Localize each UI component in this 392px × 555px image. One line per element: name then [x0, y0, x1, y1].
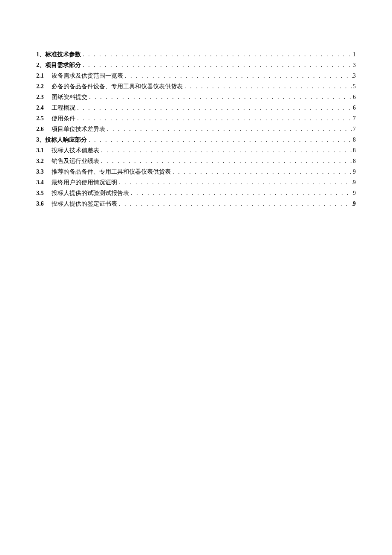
- toc-page: 9: [353, 177, 356, 188]
- toc-title: 使用条件: [52, 113, 75, 124]
- toc-number: 2.2: [36, 81, 52, 92]
- toc-title: 项目需求部分: [45, 60, 81, 70]
- toc-page: 7: [353, 113, 356, 124]
- table-of-contents: 1、标准技术参数. . . . . . . . . . . . . . . . …: [36, 49, 356, 209]
- toc-leader: . . . . . . . . . . . . . . . . . . . . …: [75, 102, 353, 113]
- toc-number: 2.3: [36, 92, 52, 102]
- toc-title: 投标人技术偏差表: [52, 145, 99, 156]
- toc-number: 2.4: [36, 102, 52, 113]
- toc-leader: . . . . . . . . . . . . . . . . . . . . …: [87, 92, 353, 102]
- toc-title: 推荐的备品备件、专用工具和仪器仪表供货表: [52, 166, 171, 177]
- toc-page: 1: [353, 49, 356, 60]
- toc-page: 9: [353, 188, 356, 198]
- toc-title: 投标人提供的鉴定证书表: [52, 198, 117, 209]
- toc-entry: 2.5使用条件. . . . . . . . . . . . . . . . .…: [36, 113, 356, 124]
- toc-title: 投标人响应部分: [45, 134, 87, 145]
- toc-page: 9: [353, 166, 356, 177]
- toc-entry: 3.1投标人技术偏差表. . . . . . . . . . . . . . .…: [36, 145, 356, 156]
- toc-title: 销售及运行业绩表: [52, 156, 99, 166]
- toc-title: 设备需求及供货范围一览表: [52, 70, 123, 81]
- toc-page: 9: [353, 198, 356, 209]
- toc-number: 2.6: [36, 124, 52, 134]
- toc-entry: 2.2必备的备品备件设备、专用工具和仪器仪表供货表. . . . . . . .…: [36, 81, 356, 92]
- toc-page: 6: [353, 102, 356, 113]
- toc-number: 2、: [36, 60, 45, 70]
- toc-entry: 2.1设备需求及供货范围一览表. . . . . . . . . . . . .…: [36, 70, 356, 81]
- toc-leader: . . . . . . . . . . . . . . . . . . . . …: [117, 198, 353, 209]
- toc-leader: . . . . . . . . . . . . . . . . . . . . …: [123, 70, 353, 81]
- toc-entry: 3、投标人响应部分. . . . . . . . . . . . . . . .…: [36, 134, 356, 145]
- toc-entry: 3.5投标人提供的试验测试报告表. . . . . . . . . . . . …: [36, 188, 356, 198]
- toc-page: 8: [353, 134, 356, 145]
- toc-entry: 3.6投标人提供的鉴定证书表. . . . . . . . . . . . . …: [36, 198, 356, 209]
- toc-page: 3: [353, 60, 356, 70]
- toc-entry: 2.4工程概况. . . . . . . . . . . . . . . . .…: [36, 102, 356, 113]
- toc-number: 1、: [36, 49, 45, 60]
- toc-number: 2.1: [36, 70, 52, 81]
- toc-leader: . . . . . . . . . . . . . . . . . . . . …: [129, 188, 353, 198]
- toc-leader: . . . . . . . . . . . . . . . . . . . . …: [105, 124, 353, 134]
- toc-page: 6: [353, 92, 356, 102]
- toc-leader: . . . . . . . . . . . . . . . . . . . . …: [81, 49, 353, 60]
- toc-number: 3.1: [36, 145, 52, 156]
- toc-leader: . . . . . . . . . . . . . . . . . . . . …: [117, 177, 353, 188]
- toc-number: 3.5: [36, 188, 52, 198]
- toc-entry: 2.3图纸资料提交. . . . . . . . . . . . . . . .…: [36, 92, 356, 102]
- toc-leader: . . . . . . . . . . . . . . . . . . . . …: [81, 60, 353, 70]
- toc-page: 5: [353, 81, 356, 92]
- toc-number: 3.3: [36, 166, 52, 177]
- toc-entry: 3.3推荐的备品备件、专用工具和仪器仪表供货表. . . . . . . . .…: [36, 166, 356, 177]
- toc-title: 投标人提供的试验测试报告表: [52, 188, 129, 198]
- toc-entry: 2.6项目单位技术差异表. . . . . . . . . . . . . . …: [36, 124, 356, 134]
- toc-entry: 1、标准技术参数. . . . . . . . . . . . . . . . …: [36, 49, 356, 60]
- toc-entry: 3.4最终用户的使用情况证明. . . . . . . . . . . . . …: [36, 177, 356, 188]
- toc-page: 8: [353, 156, 356, 166]
- toc-number: 3.2: [36, 156, 52, 166]
- toc-number: 3、: [36, 134, 45, 145]
- toc-entry: 3.2销售及运行业绩表. . . . . . . . . . . . . . .…: [36, 156, 356, 166]
- toc-leader: . . . . . . . . . . . . . . . . . . . . …: [171, 166, 353, 177]
- toc-number: 2.5: [36, 113, 52, 124]
- toc-page: 7: [353, 124, 356, 134]
- toc-leader: . . . . . . . . . . . . . . . . . . . . …: [87, 134, 353, 145]
- toc-title: 工程概况: [52, 102, 75, 113]
- toc-title: 图纸资料提交: [52, 92, 87, 102]
- toc-leader: . . . . . . . . . . . . . . . . . . . . …: [99, 156, 353, 166]
- toc-leader: . . . . . . . . . . . . . . . . . . . . …: [183, 81, 353, 92]
- toc-page: 8: [353, 145, 356, 156]
- toc-page: 3: [353, 70, 356, 81]
- toc-number: 3.6: [36, 198, 52, 209]
- toc-title: 项目单位技术差异表: [52, 124, 105, 134]
- toc-title: 最终用户的使用情况证明: [52, 177, 117, 188]
- toc-number: 3.4: [36, 177, 52, 188]
- toc-title: 标准技术参数: [45, 49, 81, 60]
- toc-entry: 2、项目需求部分. . . . . . . . . . . . . . . . …: [36, 60, 356, 70]
- toc-leader: . . . . . . . . . . . . . . . . . . . . …: [99, 145, 353, 156]
- toc-leader: . . . . . . . . . . . . . . . . . . . . …: [75, 113, 353, 124]
- toc-title: 必备的备品备件设备、专用工具和仪器仪表供货表: [52, 81, 183, 92]
